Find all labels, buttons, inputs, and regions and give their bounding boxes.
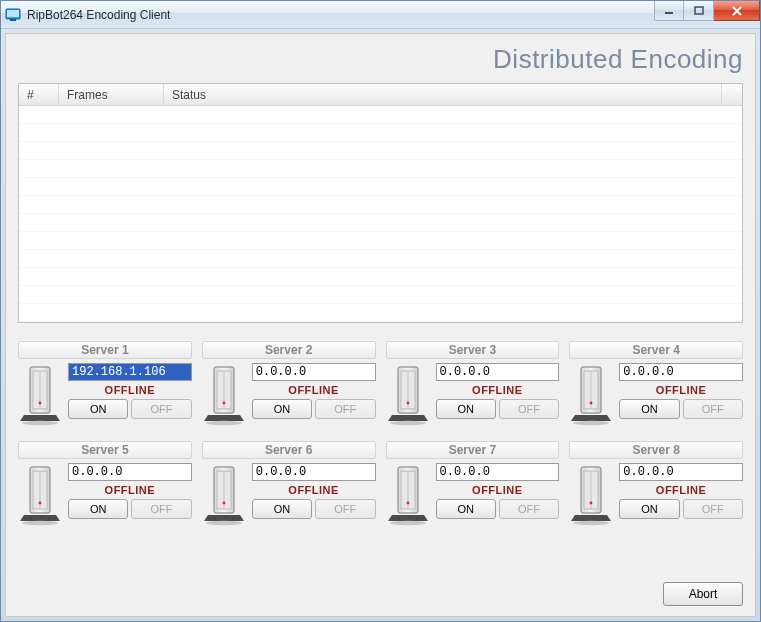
footer: Abort [18, 568, 743, 606]
window-title: RipBot264 Encoding Client [27, 8, 170, 22]
app-window: RipBot264 Encoding Client Distributed En… [0, 0, 761, 622]
svg-rect-2 [10, 19, 16, 21]
window-controls [654, 1, 760, 21]
server-off-button[interactable]: OFF [131, 399, 191, 419]
server-on-button[interactable]: ON [436, 399, 496, 419]
server-label: Server 1 [18, 341, 192, 359]
server-ip-input[interactable] [436, 463, 560, 481]
server-off-button[interactable]: OFF [499, 499, 559, 519]
server-ip-input[interactable] [619, 363, 743, 381]
server-status: OFFLINE [619, 484, 743, 496]
svg-point-36 [222, 502, 225, 505]
server-label: Server 7 [386, 441, 560, 459]
svg-point-35 [206, 521, 242, 525]
svg-point-21 [406, 402, 409, 405]
server-tower-icon [386, 463, 430, 527]
svg-point-31 [39, 502, 42, 505]
server-tower-icon [18, 463, 62, 527]
page-title: Distributed Encoding [18, 44, 743, 75]
server-block: Server 4 OFFLINE ON OFF [569, 341, 743, 427]
svg-point-26 [590, 402, 593, 405]
jobs-grid[interactable]: # Frames Status [18, 83, 743, 323]
svg-point-15 [206, 421, 242, 425]
maximize-button[interactable] [684, 1, 714, 21]
server-status: OFFLINE [252, 384, 376, 396]
server-block: Server 2 OFFLINE ON OFF [202, 341, 376, 427]
server-label: Server 3 [386, 341, 560, 359]
server-block: Server 7 OFFLINE ON OFF [386, 441, 560, 527]
app-icon [5, 8, 21, 22]
server-ip-input[interactable] [68, 363, 192, 381]
server-block: Server 6 OFFLINE ON OFF [202, 441, 376, 527]
server-block: Server 1 OFFLINE ON OFF [18, 341, 192, 427]
server-label: Server 6 [202, 441, 376, 459]
server-on-button[interactable]: ON [252, 399, 312, 419]
server-on-button[interactable]: ON [68, 499, 128, 519]
server-status: OFFLINE [436, 484, 560, 496]
server-tower-icon [202, 463, 246, 527]
server-status: OFFLINE [252, 484, 376, 496]
server-ip-input[interactable] [436, 363, 560, 381]
server-off-button[interactable]: OFF [499, 399, 559, 419]
server-tower-icon [18, 363, 62, 427]
server-off-button[interactable]: OFF [683, 499, 743, 519]
server-off-button[interactable]: OFF [683, 399, 743, 419]
abort-button[interactable]: Abort [663, 582, 743, 606]
svg-point-30 [22, 521, 58, 525]
server-label: Server 2 [202, 341, 376, 359]
svg-rect-4 [695, 7, 703, 14]
close-button[interactable] [714, 1, 760, 21]
server-status: OFFLINE [436, 384, 560, 396]
server-on-button[interactable]: ON [436, 499, 496, 519]
server-status: OFFLINE [68, 484, 192, 496]
grid-body[interactable] [19, 106, 742, 322]
server-off-button[interactable]: OFF [315, 499, 375, 519]
server-on-button[interactable]: ON [619, 499, 679, 519]
server-label: Server 8 [569, 441, 743, 459]
svg-point-41 [406, 502, 409, 505]
column-status[interactable]: Status [164, 84, 722, 105]
minimize-button[interactable] [654, 1, 684, 21]
column-spacer [722, 84, 742, 105]
server-status: OFFLINE [619, 384, 743, 396]
server-block: Server 5 OFFLINE ON OFF [18, 441, 192, 527]
client-area: Distributed Encoding # Frames Status Ser… [5, 33, 756, 617]
servers-panel: Server 1 OFFLINE ON OFF Server 2 [18, 341, 743, 527]
svg-point-20 [390, 421, 426, 425]
svg-point-25 [573, 421, 609, 425]
column-number[interactable]: # [19, 84, 59, 105]
server-off-button[interactable]: OFF [131, 499, 191, 519]
server-tower-icon [202, 363, 246, 427]
server-status: OFFLINE [68, 384, 192, 396]
server-ip-input[interactable] [68, 463, 192, 481]
server-ip-input[interactable] [252, 463, 376, 481]
svg-point-16 [222, 402, 225, 405]
grid-header: # Frames Status [19, 84, 742, 106]
server-block: Server 8 OFFLINE ON OFF [569, 441, 743, 527]
server-block: Server 3 OFFLINE ON OFF [386, 341, 560, 427]
server-off-button[interactable]: OFF [315, 399, 375, 419]
svg-point-46 [590, 502, 593, 505]
server-on-button[interactable]: ON [68, 399, 128, 419]
titlebar[interactable]: RipBot264 Encoding Client [1, 1, 760, 29]
server-ip-input[interactable] [619, 463, 743, 481]
svg-rect-1 [7, 10, 19, 17]
server-tower-icon [569, 363, 613, 427]
svg-point-10 [22, 421, 58, 425]
svg-point-11 [39, 402, 42, 405]
server-label: Server 4 [569, 341, 743, 359]
svg-point-45 [573, 521, 609, 525]
server-tower-icon [569, 463, 613, 527]
server-label: Server 5 [18, 441, 192, 459]
server-tower-icon [386, 363, 430, 427]
server-on-button[interactable]: ON [252, 499, 312, 519]
svg-point-40 [390, 521, 426, 525]
server-ip-input[interactable] [252, 363, 376, 381]
server-on-button[interactable]: ON [619, 399, 679, 419]
column-frames[interactable]: Frames [59, 84, 164, 105]
